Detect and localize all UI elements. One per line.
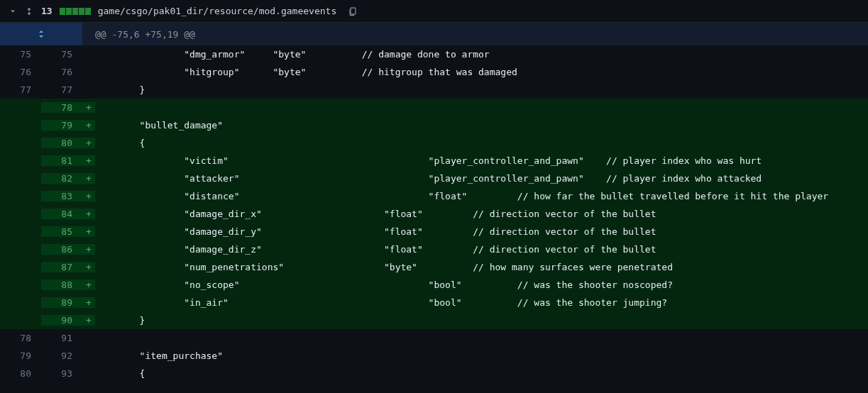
code-content: { — [95, 138, 868, 148]
diff-sign: + — [82, 297, 95, 308]
code-line[interactable]: 79+ "bullet_damage" — [0, 116, 868, 134]
code-line[interactable]: 7891 — [0, 329, 868, 347]
old-line-number: 79 — [0, 350, 41, 361]
diff-sign: + — [82, 262, 95, 272]
new-line-number: 77 — [41, 84, 82, 95]
code-content: "damage_dir_y" "float" // direction vect… — [95, 226, 868, 237]
code-line[interactable]: 89+ "in_air" "bool" // was the shooter j… — [0, 294, 868, 311]
old-line-number: 77 — [0, 84, 41, 95]
code-line[interactable]: 83+ "distance" "float" // how far the bu… — [0, 187, 868, 205]
old-line-number: 75 — [0, 49, 41, 60]
code-line[interactable]: 80+ { — [0, 134, 868, 152]
new-line-number: 82 — [41, 173, 82, 184]
code-line[interactable]: 78+ — [0, 99, 868, 116]
code-content: "in_air" "bool" // was the shooter jumpi… — [95, 297, 868, 308]
new-line-number: 93 — [41, 368, 82, 379]
code-content: "victim" "player_controller_and_pawn" //… — [95, 155, 868, 166]
code-line[interactable]: 7676 "hitgroup" "byte" // hitgroup that … — [0, 63, 868, 81]
diff-sign: + — [82, 102, 95, 113]
new-line-number: 87 — [41, 262, 82, 272]
new-line-number: 80 — [41, 138, 82, 148]
new-line-number: 83 — [41, 191, 82, 201]
new-line-number: 79 — [41, 120, 82, 131]
code-content: "num_penetrations" "byte" // how many su… — [95, 262, 868, 272]
new-line-number: 78 — [41, 102, 82, 113]
new-line-number: 92 — [41, 350, 82, 361]
code-content: "no_scope" "bool" // was the shooter nos… — [95, 279, 868, 290]
code-content: "attacker" "player_controller_and_pawn" … — [95, 173, 868, 184]
copy-icon[interactable] — [348, 6, 358, 16]
file-path[interactable]: game/csgo/pak01_dir/resource/mod.gameeve… — [98, 6, 337, 16]
new-line-number: 85 — [41, 226, 82, 237]
code-content: } — [95, 84, 868, 95]
diff-stat-bars — [60, 8, 91, 15]
code-content: "bullet_damage" — [95, 120, 868, 131]
code-line[interactable]: 85+ "damage_dir_y" "float" // direction … — [0, 223, 868, 240]
code-line[interactable]: 86+ "damage_dir_z" "float" // direction … — [0, 240, 868, 258]
diff-sign: + — [82, 120, 95, 131]
old-line-number: 76 — [0, 67, 41, 77]
hunk-range: @@ -75,6 +75,19 @@ — [82, 29, 195, 40]
old-line-number: 78 — [0, 333, 41, 343]
code-line[interactable]: 88+ "no_scope" "bool" // was the shooter… — [0, 276, 868, 294]
new-line-number: 88 — [41, 279, 82, 290]
code-line[interactable]: 87+ "num_penetrations" "byte" // how man… — [0, 258, 868, 276]
expand-hunk-button[interactable] — [0, 23, 82, 45]
code-line[interactable]: 90+ } — [0, 311, 868, 329]
code-line[interactable]: 7575 "dmg_armor" "byte" // damage done t… — [0, 45, 868, 63]
diff-sign: + — [82, 315, 95, 326]
diff-sign: + — [82, 279, 95, 290]
new-line-number: 75 — [41, 49, 82, 60]
code-content: "damage_dir_z" "float" // direction vect… — [95, 244, 868, 255]
code-line[interactable]: 84+ "damage_dir_x" "float" // direction … — [0, 205, 868, 223]
diff-sign: + — [82, 138, 95, 148]
new-line-number: 76 — [41, 67, 82, 77]
new-line-number: 91 — [41, 333, 82, 343]
new-line-number: 81 — [41, 155, 82, 166]
code-content: "distance" "float" // how far the bullet… — [95, 191, 868, 201]
code-content: "dmg_armor" "byte" // damage done to arm… — [95, 49, 868, 60]
expand-icon[interactable] — [24, 6, 34, 16]
diff-lines: 7575 "dmg_armor" "byte" // damage done t… — [0, 45, 868, 382]
old-line-number: 80 — [0, 368, 41, 379]
code-content: } — [95, 315, 868, 326]
code-line[interactable]: 7777 } — [0, 81, 868, 99]
code-content: "damage_dir_x" "float" // direction vect… — [95, 209, 868, 219]
code-content: "item_purchase" — [95, 350, 868, 361]
code-line[interactable]: 81+ "victim" "player_controller_and_pawn… — [0, 152, 868, 170]
chevron-down-icon[interactable] — [9, 7, 17, 16]
code-line[interactable]: 82+ "attacker" "player_controller_and_pa… — [0, 170, 868, 187]
new-line-number: 89 — [41, 297, 82, 308]
new-line-number: 90 — [41, 315, 82, 326]
diff-sign: + — [82, 209, 95, 219]
code-content: "hitgroup" "byte" // hitgroup that was d… — [95, 67, 868, 77]
diff-sign: + — [82, 173, 95, 184]
code-content: { — [95, 368, 868, 379]
diff-sign: + — [82, 244, 95, 255]
code-line[interactable]: 8093 { — [0, 365, 868, 382]
diff-sign: + — [82, 191, 95, 201]
new-line-number: 84 — [41, 209, 82, 219]
diff-sign: + — [82, 226, 95, 237]
file-header: 13 game/csgo/pak01_dir/resource/mod.game… — [0, 0, 868, 23]
hunk-header: @@ -75,6 +75,19 @@ — [0, 23, 868, 45]
new-line-number: 86 — [41, 244, 82, 255]
code-line[interactable]: 7992 "item_purchase" — [0, 347, 868, 365]
change-count: 13 — [41, 6, 53, 16]
diff-sign: + — [82, 155, 95, 166]
